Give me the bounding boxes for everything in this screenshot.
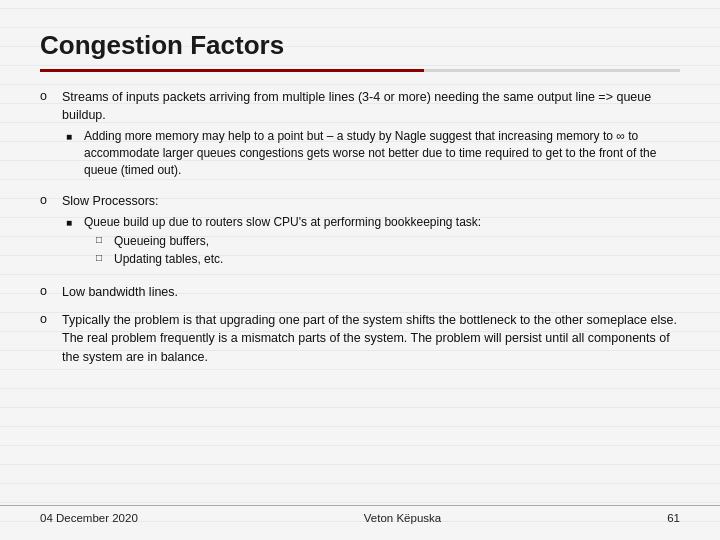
slide-footer: 04 December 2020 Veton Këpuska 61: [0, 505, 720, 524]
sub-bullet-text: Queue build up due to routers slow CPU's…: [84, 214, 680, 270]
footer-date: 04 December 2020: [40, 512, 138, 524]
bullet-marker: o: [40, 312, 58, 326]
sub-bullet-text: Adding more memory may help to a point b…: [84, 128, 680, 178]
sub-bullet-marker: ■: [66, 130, 80, 145]
bullet-marker: o: [40, 284, 58, 298]
sub-bullets: ■ Adding more memory may help to a point…: [66, 128, 680, 178]
hollow-square-icon: □: [96, 233, 110, 247]
hollow-square-icon: □: [96, 251, 110, 265]
title-divider: [40, 69, 680, 72]
sub-sub-text: Queueing buffers,: [114, 233, 209, 250]
bullet4-text: Typically the problem is that upgrading …: [62, 313, 677, 363]
list-item: o Low bandwidth lines.: [40, 283, 680, 301]
slide: Congestion Factors o Streams of inputs p…: [0, 0, 720, 540]
bullet-marker: o: [40, 89, 58, 103]
slide-content: o Streams of inputs packets arriving fro…: [40, 88, 680, 366]
sub-sub-bullets: □ Queueing buffers, □ Updating tables, e…: [96, 233, 680, 269]
list-item: □ Queueing buffers,: [96, 233, 680, 250]
sub-bullets: ■ Queue build up due to routers slow CPU…: [66, 214, 680, 270]
bullet-text: Low bandwidth lines.: [62, 283, 680, 301]
bullet-text: Slow Processors: ■ Queue build up due to…: [62, 192, 680, 274]
list-item: o Slow Processors: ■ Queue build up due …: [40, 192, 680, 274]
slide-title: Congestion Factors: [40, 30, 680, 61]
bullet1-text: Streams of inputs packets arriving from …: [62, 90, 651, 122]
bullet-text: Streams of inputs packets arriving from …: [62, 88, 680, 182]
sub-sub-text: Updating tables, etc.: [114, 251, 223, 268]
bullet3-text: Low bandwidth lines.: [62, 285, 178, 299]
bullet-marker: o: [40, 193, 58, 207]
footer-author: Veton Këpuska: [364, 512, 441, 524]
list-item: □ Updating tables, etc.: [96, 251, 680, 268]
list-item: o Streams of inputs packets arriving fro…: [40, 88, 680, 182]
bullet-text: Typically the problem is that upgrading …: [62, 311, 680, 365]
footer-page-number: 61: [667, 512, 680, 524]
list-item: ■ Queue build up due to routers slow CPU…: [66, 214, 680, 270]
bullet2-text: Slow Processors:: [62, 194, 159, 208]
list-item: ■ Adding more memory may help to a point…: [66, 128, 680, 178]
sub-bullet-marker: ■: [66, 216, 80, 231]
list-item: o Typically the problem is that upgradin…: [40, 311, 680, 365]
